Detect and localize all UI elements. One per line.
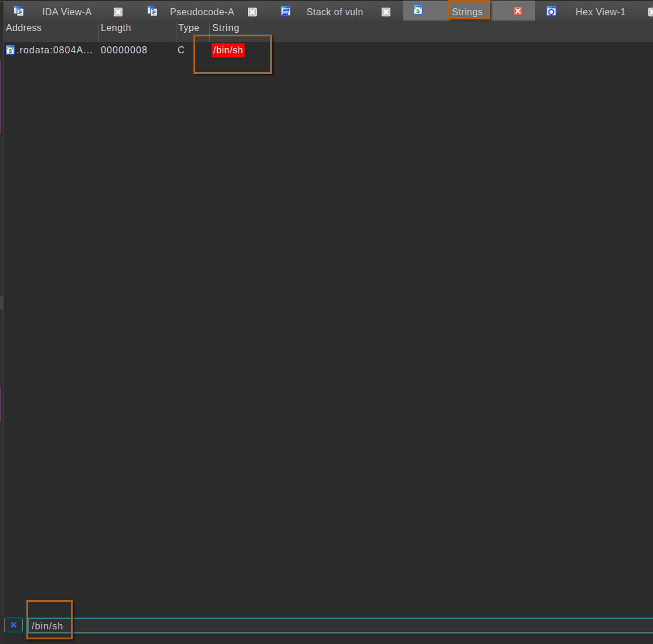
- svg-text:’: ’: [420, 6, 421, 13]
- svg-text:’: ’: [12, 46, 13, 53]
- svg-text:‘: ‘: [6, 46, 8, 53]
- svg-text:‘: ‘: [414, 6, 416, 13]
